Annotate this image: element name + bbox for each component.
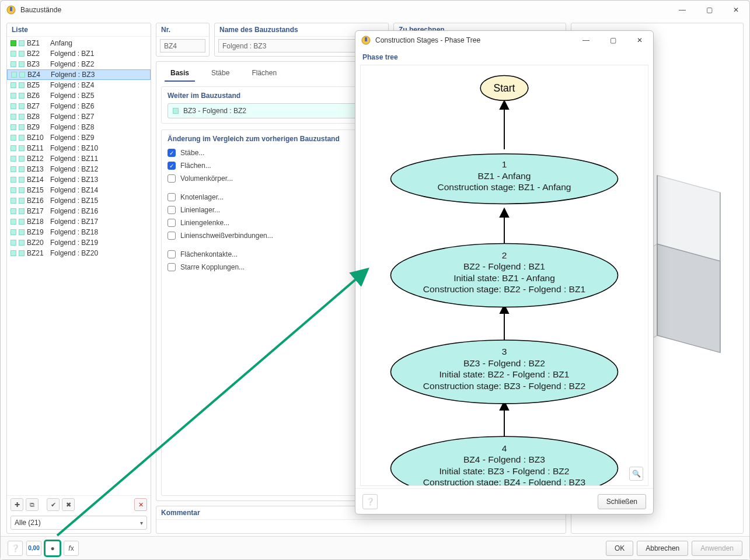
list-header: Liste bbox=[7, 23, 151, 37]
list-row[interactable]: BZ15Folgend : BZ14 bbox=[7, 185, 151, 195]
swatch-icon bbox=[11, 40, 16, 46]
list-row[interactable]: BZ13Folgend : BZ12 bbox=[7, 164, 151, 174]
list-row[interactable]: BZ16Folgend : BZ15 bbox=[7, 195, 151, 206]
checkbox-label: Linienlager... bbox=[180, 206, 220, 214]
dialog-help-icon[interactable]: ❔ bbox=[362, 494, 378, 509]
dialog-close-button[interactable]: ✕ bbox=[626, 31, 653, 50]
list-row-name: Folgend : BZ11 bbox=[50, 155, 147, 163]
list-row[interactable]: BZ4Folgend : BZ3 bbox=[7, 69, 151, 80]
list-row-id: BZ14 bbox=[27, 176, 48, 184]
list-row[interactable]: BZ19Folgend : BZ18 bbox=[7, 227, 151, 237]
svg-marker-2 bbox=[657, 244, 720, 352]
checkbox-label: Flächen... bbox=[180, 162, 211, 170]
list-row-id: BZ10 bbox=[27, 134, 48, 142]
list-row-id: BZ5 bbox=[27, 81, 48, 89]
chevron-down-icon: ▾ bbox=[140, 520, 143, 526]
list-row[interactable]: BZ14Folgend : BZ13 bbox=[7, 174, 151, 185]
dialog-min-button[interactable]: — bbox=[573, 31, 599, 50]
list-row[interactable]: BZ18Folgend : BZ17 bbox=[7, 216, 151, 227]
swatch-icon bbox=[19, 219, 25, 225]
swatch-icon bbox=[19, 61, 25, 67]
list-row[interactable]: BZ20Folgend : BZ19 bbox=[7, 237, 151, 248]
swatch-icon bbox=[19, 51, 25, 57]
delete-item-button[interactable]: ✕ bbox=[134, 498, 147, 511]
uncheck-all-button[interactable]: ✖ bbox=[62, 498, 75, 511]
new-item-button[interactable]: ✚ bbox=[11, 498, 23, 511]
zoom-reset-button[interactable]: 🔍 bbox=[629, 467, 643, 481]
swatch-icon bbox=[11, 61, 16, 67]
svg-text:BZ3 - Folgend : BZ2: BZ3 - Folgend : BZ2 bbox=[463, 358, 545, 368]
swatch-icon bbox=[11, 187, 16, 193]
list-row[interactable]: BZ1Anfang bbox=[7, 38, 151, 48]
list-row-name: Folgend : BZ10 bbox=[50, 144, 147, 152]
swatch-icon bbox=[19, 145, 25, 151]
tab-basis[interactable]: Basis bbox=[165, 65, 195, 82]
list-row-name: Folgend : BZ17 bbox=[50, 218, 147, 226]
list-row-id: BZ16 bbox=[27, 197, 48, 205]
list-row[interactable]: BZ8Folgend : BZ7 bbox=[7, 111, 151, 122]
check-all-button[interactable]: ✔ bbox=[47, 498, 60, 511]
phase-tree-header: Phase tree bbox=[355, 50, 653, 62]
checkbox-label: Stäbe... bbox=[180, 149, 204, 157]
dialog-max-button[interactable]: ▢ bbox=[599, 31, 626, 50]
main-min-button[interactable]: — bbox=[669, 1, 696, 19]
list-row[interactable]: BZ2Folgend : BZ1 bbox=[7, 48, 151, 59]
swatch-icon bbox=[173, 108, 179, 114]
phase-tree-dialog: Construction Stages - Phase Tree — ▢ ✕ P… bbox=[355, 30, 654, 514]
checkbox-label: Linienschweißverbindungen... bbox=[180, 232, 273, 240]
list-body[interactable]: BZ1AnfangBZ2Folgend : BZ1BZ3Folgend : BZ… bbox=[7, 37, 151, 495]
svg-rect-9 bbox=[365, 37, 367, 41]
list-row[interactable]: BZ10Folgend : BZ9 bbox=[7, 132, 151, 143]
list-row[interactable]: BZ17Folgend : BZ16 bbox=[7, 206, 151, 216]
checkbox-icon bbox=[168, 263, 176, 271]
svg-text:Initial state: BZ3 - Folgend :: Initial state: BZ3 - Folgend : BZ2 bbox=[439, 466, 570, 476]
svg-text:Start: Start bbox=[494, 82, 515, 94]
help-icon[interactable]: ❔ bbox=[8, 541, 23, 556]
swatch-icon bbox=[19, 208, 25, 214]
dialog-close-footer-button[interactable]: Schließen bbox=[598, 494, 646, 509]
list-row[interactable]: BZ6Folgend : BZ5 bbox=[7, 90, 151, 101]
list-row[interactable]: BZ3Folgend : BZ2 bbox=[7, 59, 151, 69]
copy-item-button[interactable]: ⧉ bbox=[26, 498, 39, 511]
svg-text:BZ4 - Folgend : BZ3: BZ4 - Folgend : BZ3 bbox=[463, 454, 545, 464]
function-button[interactable]: fx bbox=[64, 541, 79, 556]
svg-text:1: 1 bbox=[502, 159, 507, 169]
list-row-name: Folgend : BZ7 bbox=[50, 113, 147, 121]
svg-text:4: 4 bbox=[502, 443, 507, 453]
apply-button[interactable]: Anwenden bbox=[692, 541, 742, 556]
list-row-name: Folgend : BZ20 bbox=[50, 249, 147, 257]
nr-input[interactable]: BZ4 bbox=[160, 39, 205, 52]
swatch-icon bbox=[11, 198, 16, 204]
ok-button[interactable]: OK bbox=[606, 541, 633, 556]
swatch-icon bbox=[19, 114, 25, 120]
dialog-title: Construction Stages - Phase Tree bbox=[375, 36, 573, 44]
main-title: Bauzustände bbox=[20, 6, 669, 14]
precision-button[interactable]: 0,00 bbox=[26, 541, 41, 556]
swatch-icon bbox=[19, 93, 25, 99]
list-row-name: Folgend : BZ16 bbox=[50, 207, 147, 215]
list-row-id: BZ4 bbox=[27, 71, 48, 79]
main-close-button[interactable]: ✕ bbox=[723, 1, 749, 19]
tab-flaechen[interactable]: Flächen bbox=[246, 65, 282, 82]
main-max-button[interactable]: ▢ bbox=[696, 1, 723, 19]
phase-tree-button[interactable]: ● bbox=[45, 541, 60, 556]
tab-staebe[interactable]: Stäbe bbox=[205, 65, 235, 82]
checkbox-label: Flächenkontakte... bbox=[180, 250, 238, 258]
list-row[interactable]: BZ7Folgend : BZ6 bbox=[7, 101, 151, 111]
list-row[interactable]: BZ21Folgend : BZ20 bbox=[7, 248, 151, 258]
list-row[interactable]: BZ12Folgend : BZ11 bbox=[7, 153, 151, 164]
list-row[interactable]: BZ5Folgend : BZ4 bbox=[7, 80, 151, 90]
list-row-id: BZ2 bbox=[27, 50, 48, 58]
list-row-name: Folgend : BZ1 bbox=[50, 50, 147, 58]
swatch-icon bbox=[11, 250, 16, 256]
list-row[interactable]: BZ11Folgend : BZ10 bbox=[7, 143, 151, 153]
list-row-id: BZ15 bbox=[27, 186, 48, 194]
phase-tree-canvas[interactable]: Start1BZ1 - AnfangConstruction stage: BZ… bbox=[360, 65, 648, 486]
list-row[interactable]: BZ9Folgend : BZ8 bbox=[7, 122, 151, 132]
svg-text:BZ1 - Anfang: BZ1 - Anfang bbox=[478, 171, 531, 181]
filter-select[interactable]: Alle (21) ▾ bbox=[11, 516, 147, 530]
swatch-icon bbox=[11, 114, 16, 120]
swatch-icon bbox=[19, 156, 25, 162]
swatch-icon bbox=[11, 229, 16, 235]
cancel-button[interactable]: Abbrechen bbox=[637, 541, 688, 556]
